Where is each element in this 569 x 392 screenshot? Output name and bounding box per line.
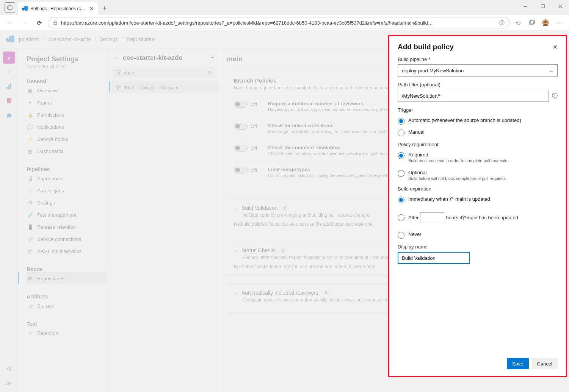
clear-filter-icon[interactable]: ✕ — [207, 70, 212, 76]
expiration-after-option[interactable]: After hours if main has been updated — [398, 212, 558, 222]
breadcrumb-project[interactable]: coe-starter-kit-azdo — [49, 36, 91, 42]
section-repos: Repos — [27, 266, 107, 272]
path-filter-input[interactable] — [398, 90, 549, 102]
address-bar: ← → ⟳ https://dev.azure.com/pplatform/co… — [0, 15, 569, 30]
storage-icon: 📊 — [27, 303, 33, 309]
repo-icon: ▤ — [27, 275, 33, 281]
display-name-input[interactable] — [398, 252, 470, 264]
browser-chrome: Settings · Repositories (coe-start… ✕ + … — [0, 0, 569, 30]
requirement-optional-option[interactable]: Optional Build failure will not block co… — [398, 170, 558, 181]
radio-icon — [398, 197, 404, 203]
settings-subtitle: coe-starter-kit-azdo — [27, 64, 107, 69]
nav-release-retention[interactable]: 📱Release retention — [27, 221, 107, 233]
branch-icon — [449, 197, 454, 201]
profile-icon[interactable] — [540, 17, 551, 28]
svg-rect-1 — [8, 6, 9, 9]
svg-rect-11 — [8, 101, 11, 101]
trigger-manual-option[interactable]: Manual — [398, 129, 558, 136]
svg-point-18 — [463, 216, 464, 217]
collections-icon[interactable] — [527, 17, 537, 28]
build-pipeline-select[interactable]: deploy-prod-MyNewSolution ⌄ — [398, 64, 558, 77]
url-box[interactable]: https://dev.azure.com/pplatform/coe-star… — [48, 17, 510, 28]
nav-repositories[interactable]: ▤Repositories — [27, 272, 107, 284]
nav-notifications[interactable]: 💬Notifications — [27, 121, 107, 133]
minimize-button[interactable]: ─ — [517, 0, 534, 12]
notifications-icon: 💬 — [27, 124, 33, 130]
svg-rect-10 — [10, 84, 11, 89]
tab-actions-icon[interactable] — [5, 2, 15, 13]
rail-add-icon[interactable]: + — [3, 66, 15, 78]
browser-tab[interactable]: Settings · Repositories (coe-start… ✕ — [18, 2, 98, 15]
nav-teams[interactable]: ⚘Teams — [27, 97, 107, 109]
repo-title: coe-starter-kit-azdo — [123, 54, 207, 62]
toggle-linked-work-items[interactable] — [234, 123, 248, 130]
nav-service-hooks[interactable]: ⚡Service hooks — [27, 133, 107, 145]
close-icon[interactable]: ✕ — [553, 44, 558, 51]
cancel-button[interactable]: Cancel — [532, 358, 558, 369]
trigger-label: Trigger — [398, 107, 558, 113]
toggle-comment-resolution[interactable] — [234, 145, 248, 151]
retention-icon: 📱 — [27, 224, 33, 230]
rail-boards-icon[interactable] — [3, 80, 15, 92]
add-branch-icon[interactable]: + — [210, 54, 214, 62]
menu-icon[interactable]: ⋯ — [554, 17, 564, 28]
save-button[interactable]: Save — [507, 358, 529, 369]
azure-devops-logo-icon[interactable] — [6, 35, 14, 44]
maximize-button[interactable]: ☐ — [534, 0, 552, 12]
requirement-required-option[interactable]: Required Build must succeed in order to … — [398, 152, 558, 163]
refresh-button[interactable]: ⟳ — [33, 17, 45, 28]
nav-service-connections[interactable]: 🔗Service connections — [27, 233, 107, 245]
count-badge: 0 — [281, 206, 289, 210]
radio-icon — [398, 232, 404, 239]
trigger-automatic-option[interactable]: Automatic (whenever the source branch is… — [398, 117, 558, 125]
rail-pipelines-icon[interactable] — [3, 109, 15, 121]
rail-expand-icon[interactable]: ≫ — [3, 377, 15, 389]
section-test: Test — [27, 321, 107, 327]
section-general: General — [27, 78, 107, 84]
nav-pipelines-settings[interactable]: ⚙Settings — [27, 197, 107, 209]
build-pipeline-label: Build pipeline * — [398, 56, 558, 62]
expiration-hours-input[interactable] — [420, 212, 444, 222]
chevron-down-icon[interactable]: ⌄ — [234, 290, 238, 295]
chevron-down-icon[interactable]: ⌄ — [234, 205, 238, 211]
radio-icon — [398, 170, 404, 177]
repo-header: ← coe-starter-kit-azdo + — [109, 48, 219, 67]
nav-retention[interactable]: ⟳Retention — [27, 327, 107, 339]
favorite-icon[interactable]: ☆ — [513, 17, 524, 28]
new-tab-button[interactable]: + — [99, 3, 110, 14]
radio-icon — [398, 214, 404, 221]
rail-settings-icon[interactable]: ⚙ — [3, 362, 15, 375]
azure-devops-favicon-icon — [22, 6, 28, 12]
nav-dashboards[interactable]: ▦Dashboards — [27, 145, 107, 157]
breadcrumb-area[interactable]: Repositories — [127, 36, 154, 42]
close-window-button[interactable]: ✕ — [552, 0, 569, 12]
info-icon[interactable]: ⓘ — [552, 92, 558, 100]
toggle-min-reviewers[interactable] — [234, 101, 248, 108]
branch-filter[interactable]: main ✕ — [113, 67, 215, 78]
window-controls: ─ ☐ ✕ — [517, 0, 569, 12]
nav-storage[interactable]: 📊Storage — [27, 300, 107, 312]
connections-icon: 🔗 — [27, 236, 33, 242]
nav-xaml[interactable]: ▤XAML build services — [27, 245, 107, 257]
expiration-never-option[interactable]: Never — [398, 231, 558, 239]
nav-test-management[interactable]: 🧪Test management — [27, 209, 107, 221]
toggle-limit-merge[interactable] — [234, 167, 248, 173]
back-arrow-icon[interactable]: ← — [114, 55, 120, 61]
branch-icon — [462, 216, 467, 220]
nav-parallel-jobs[interactable]: ‖Parallel jobs — [27, 184, 107, 197]
add-build-policy-panel: Add build policy ✕ Build pipeline * depl… — [389, 36, 566, 376]
breadcrumb-org[interactable]: pplatform — [19, 36, 39, 42]
rail-repos-icon[interactable] — [3, 95, 15, 107]
breadcrumb-settings[interactable]: Settings — [100, 36, 118, 42]
nav-overview[interactable]: ▦Overview — [27, 84, 107, 97]
nav-agent-pools[interactable]: 🗄Agent pools — [27, 172, 107, 184]
expiration-immediate-option[interactable]: Immediately when main is updated — [398, 196, 558, 203]
nav-permissions[interactable]: 🔒Permissions — [27, 109, 107, 121]
rail-project-icon[interactable]: c — [3, 52, 15, 64]
chevron-down-icon[interactable]: ⌄ — [234, 248, 238, 253]
back-button[interactable]: ← — [5, 17, 16, 28]
tab-close-icon[interactable]: ✕ — [89, 6, 94, 12]
branch-row-main[interactable]: main Default Compare — [109, 81, 219, 93]
chevron-down-icon: ⌄ — [549, 68, 553, 73]
reader-icon[interactable] — [499, 20, 505, 26]
